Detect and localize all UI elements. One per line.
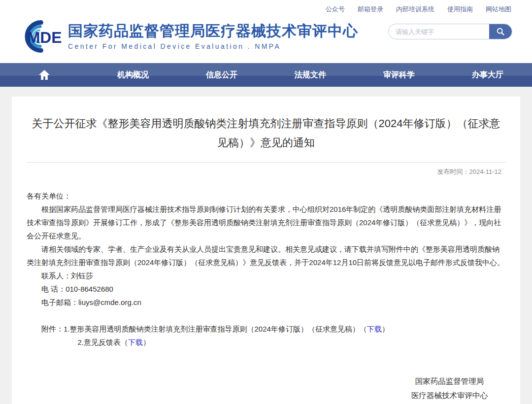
- article-card: 关于公开征求《整形美容用透明质酸钠类注射填充剂注册审查指导原则（2024年修订版…: [12, 97, 520, 404]
- article-body: 各有关单位： 根据国家药品监督管理局医疗器械注册技术指导原则制修订计划的有关要求…: [27, 189, 505, 404]
- salutation: 各有关单位：: [27, 189, 505, 202]
- nav-item-regulations[interactable]: 法规文件: [266, 63, 355, 87]
- cmde-logo-icon: MDE: [14, 17, 65, 56]
- search-icon: [496, 27, 505, 36]
- signature-block: 国家药品监督管理局 医疗器械技术审评中心 2024年11月11日: [411, 374, 488, 404]
- attachment-2-suffix: ）: [143, 338, 150, 346]
- publish-date: 发布时间：2024-11-12: [27, 163, 505, 176]
- search-button[interactable]: [489, 24, 512, 39]
- paragraph-1: 根据国家药品监督管理局医疗器械注册技术指导原则制修订计划的有关要求，中心组织对2…: [27, 202, 505, 242]
- link-mail-login[interactable]: 邮箱登录: [358, 5, 383, 14]
- nav-item-review-science[interactable]: 审评科学: [355, 63, 443, 87]
- signature-org-1: 国家药品监督管理局: [411, 374, 488, 389]
- site-header: 公众号 邮箱登录 内部培训系统 使用指南 网站地图 MDE 国家药品监督管理局医…: [0, 0, 532, 63]
- paragraph-2: 请相关领域的专家、学者、生产企业及有关从业人员提出宝贵意见和建议。相关意见或建议…: [27, 242, 505, 269]
- link-wechat-official[interactable]: 公众号: [326, 5, 345, 14]
- attachment-1: 附件：1.整形美容用透明质酸钠类注射填充剂注册审查指导原则（2024年修订版）（…: [27, 322, 505, 336]
- contact-email: 电子邮箱：liuys@cmde.org.cn: [27, 296, 505, 309]
- logo-text: MDE: [27, 29, 62, 46]
- attachment-2-text: 2.意见反馈表（: [78, 338, 129, 346]
- contact-name: 联系人：刘钰莎: [27, 269, 505, 282]
- signature-org-2: 医疗器械技术审评中心: [411, 389, 488, 403]
- link-sitemap[interactable]: 网站地图: [486, 5, 511, 14]
- search-input[interactable]: [389, 24, 489, 39]
- nav-item-home[interactable]: [0, 63, 89, 87]
- org-name-zh: 国家药品监督管理局医疗器械技术审评中心: [68, 23, 358, 40]
- attachment-1-text: 附件：1.整形美容用透明质酸钠类注射填充剂注册审查指导原则（2024年修订版）（…: [41, 325, 367, 333]
- home-icon: [39, 70, 50, 80]
- site-search: [388, 24, 512, 39]
- attachment-1-download-link[interactable]: 下载: [367, 325, 382, 333]
- utility-links-bar: 公众号 邮箱登录 内部培训系统 使用指南 网站地图: [0, 0, 532, 14]
- attachment-2: 2.意见反馈表（下载）: [27, 336, 505, 349]
- org-name-en: Center For Medical Device Evaluation . N…: [68, 42, 358, 50]
- nav-item-service-hall[interactable]: 办事大厅: [443, 63, 532, 87]
- link-internal-training[interactable]: 内部培训系统: [396, 5, 434, 14]
- org-name-block: 国家药品监督管理局医疗器械技术审评中心 Center For Medical D…: [68, 23, 358, 50]
- nav-item-info-disclosure[interactable]: 信息公开: [177, 63, 266, 87]
- nav-item-about[interactable]: 机构概况: [89, 63, 177, 87]
- contact-phone: 电 话：010-86452680: [27, 282, 505, 296]
- main-nav: 机构概况 信息公开 法规文件 审评科学 办事大厅: [0, 63, 532, 87]
- link-user-guide[interactable]: 使用指南: [447, 5, 473, 14]
- attachment-2-download-link[interactable]: 下载: [128, 338, 143, 346]
- attachment-1-suffix: ）: [382, 325, 389, 333]
- article-title: 关于公开征求《整形美容用透明质酸钠类注射填充剂注册审查指导原则（2024年修订版…: [27, 114, 505, 152]
